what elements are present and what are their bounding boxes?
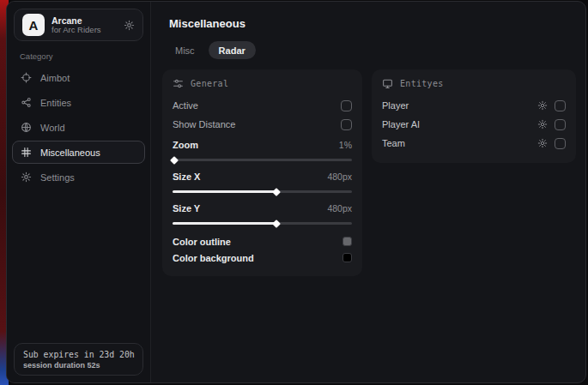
- slider-value: 480px: [327, 171, 352, 182]
- monitor-icon: [382, 78, 393, 89]
- sidebar-nav: Aimbot Entities World: [7, 66, 150, 189]
- slider-block-size-x: Size X 480px: [173, 170, 352, 193]
- active-checkbox[interactable]: [341, 100, 352, 111]
- team-checkbox[interactable]: [555, 138, 566, 149]
- app-logo: A: [22, 14, 45, 36]
- slider-thumb[interactable]: [272, 188, 281, 196]
- globe-icon: [21, 122, 32, 133]
- general-card-header: General: [173, 78, 352, 89]
- subscription-card: Sub expires in 23d 20h session duration …: [14, 343, 143, 376]
- player-checkbox[interactable]: [555, 100, 566, 111]
- logo-text: Arcane for Arc Riders: [52, 15, 101, 35]
- sidebar-item-label: Entities: [40, 98, 71, 108]
- sidebar-item-label: Aimbot: [40, 73, 70, 83]
- grid-hash-icon: [21, 147, 32, 158]
- color-row-background: Color background: [173, 250, 352, 266]
- sidebar-item-label: World: [40, 123, 65, 133]
- slider-block-size-y: Size Y 480px: [173, 202, 352, 225]
- color-label: Color outline: [173, 237, 231, 247]
- page-title: Miscellaneous: [169, 17, 576, 30]
- color-background-swatch[interactable]: [342, 253, 352, 262]
- size-y-slider[interactable]: [173, 222, 352, 225]
- slider-value: 1%: [339, 140, 352, 150]
- category-label: Category: [20, 51, 150, 61]
- gear-icon: [21, 171, 32, 183]
- tab-bar: Misc Radar: [165, 41, 576, 59]
- entities-card-title: Entityes: [400, 79, 444, 88]
- toggle-label: Show Distance: [173, 119, 235, 129]
- app-window: A Arcane for Arc Riders Category: [6, 1, 586, 383]
- entity-row-player-ai: Player AI: [382, 115, 566, 134]
- sidebar: A Arcane for Arc Riders Category: [7, 2, 151, 382]
- color-row-outline: Color outline: [173, 233, 352, 250]
- logo-card: A Arcane for Arc Riders: [14, 9, 143, 41]
- sidebar-item-aimbot[interactable]: Aimbot: [12, 66, 145, 89]
- sidebar-item-label: Miscellaneous: [40, 147, 100, 158]
- player-ai-checkbox[interactable]: [555, 119, 566, 130]
- share-network-icon: [21, 97, 32, 108]
- slider-block-zoom: Zoom 1%: [173, 138, 352, 161]
- cards-container: General Active Show Distance Zoom 1%: [162, 69, 576, 276]
- entity-label: Team: [382, 138, 405, 148]
- sub-expiry-text: Sub expires in 23d 20h: [23, 350, 134, 359]
- entity-row-team: Team: [382, 134, 566, 153]
- sidebar-item-settings[interactable]: Settings: [12, 165, 145, 189]
- entities-card-header: Entityes: [382, 78, 566, 89]
- sliders-icon: [173, 78, 184, 89]
- app-subtitle: for Arc Riders: [52, 26, 101, 35]
- entities-card: Entityes Player P: [372, 69, 576, 163]
- sidebar-item-world[interactable]: World: [12, 116, 145, 139]
- zoom-slider[interactable]: [173, 159, 352, 161]
- sidebar-item-miscellaneous[interactable]: Miscellaneous: [12, 141, 145, 164]
- slider-label: Size X: [173, 171, 200, 182]
- sidebar-item-label: Settings: [40, 172, 75, 183]
- size-x-slider[interactable]: [173, 190, 352, 193]
- toggle-row-active: Active: [173, 96, 352, 115]
- slider-fill: [173, 190, 276, 193]
- slider-label: Zoom: [173, 140, 198, 150]
- tab-radar[interactable]: Radar: [209, 41, 256, 59]
- gear-icon[interactable]: [537, 119, 548, 129]
- main-panel: Miscellaneous Misc Radar General Active: [151, 2, 586, 382]
- entity-row-player: Player: [382, 96, 566, 115]
- app-title: Arcane: [52, 15, 101, 26]
- tab-misc[interactable]: Misc: [165, 41, 205, 59]
- toggle-label: Active: [173, 100, 198, 111]
- sidebar-item-entities[interactable]: Entities: [12, 91, 145, 114]
- slider-thumb[interactable]: [272, 220, 281, 228]
- slider-thumb[interactable]: [170, 156, 179, 165]
- gear-icon[interactable]: [537, 138, 548, 148]
- slider-fill: [173, 222, 276, 225]
- general-card: General Active Show Distance Zoom 1%: [162, 69, 362, 276]
- toggle-row-show-distance: Show Distance: [173, 115, 352, 134]
- slider-value: 480px: [327, 203, 352, 214]
- gear-icon[interactable]: [537, 100, 548, 111]
- gear-icon[interactable]: [124, 20, 135, 31]
- color-label: Color background: [173, 253, 254, 263]
- slider-label: Size Y: [173, 203, 200, 214]
- general-card-title: General: [191, 79, 228, 88]
- entity-label: Player: [382, 100, 409, 111]
- show-distance-checkbox[interactable]: [341, 119, 352, 130]
- session-duration-text: session duration 52s: [23, 361, 134, 370]
- crosshair-icon: [21, 72, 32, 83]
- entity-label: Player AI: [382, 119, 420, 129]
- color-outline-swatch[interactable]: [342, 237, 352, 246]
